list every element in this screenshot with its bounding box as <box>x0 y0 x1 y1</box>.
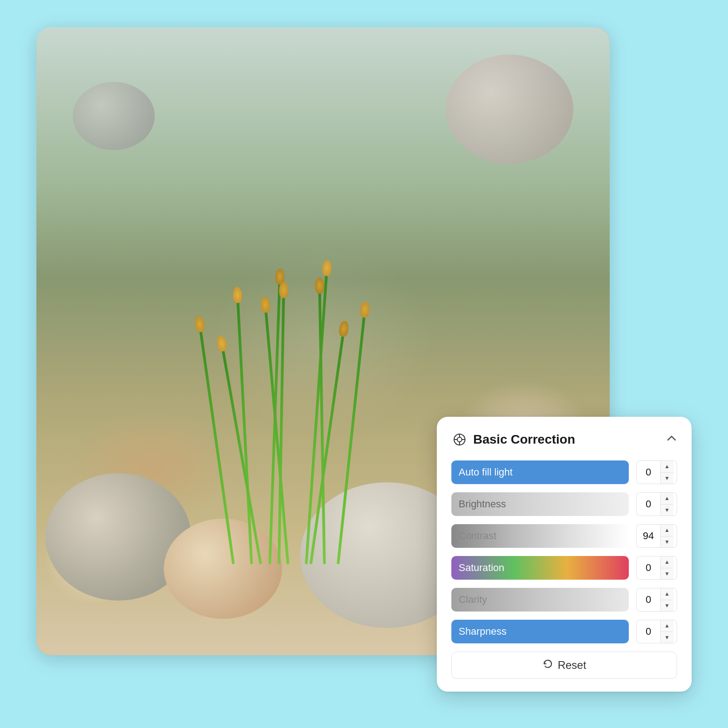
auto-fill-light-slider[interactable]: Auto fill light <box>451 460 629 484</box>
auto-fill-light-input[interactable] <box>637 466 660 478</box>
correction-panel: Basic Correction Auto fill light ▲ ▼ <box>437 417 692 692</box>
contrast-down[interactable]: ▼ <box>661 536 673 548</box>
contrast-up[interactable]: ▲ <box>661 525 673 536</box>
contrast-label: Contrast <box>459 530 496 542</box>
sharpness-input[interactable] <box>637 626 660 637</box>
clarity-input[interactable] <box>637 594 660 606</box>
reset-button[interactable]: Reset <box>451 652 677 679</box>
svg-point-1 <box>457 437 462 442</box>
brightness-up[interactable]: ▲ <box>661 493 673 505</box>
grass-stem <box>199 330 235 565</box>
clarity-label: Clarity <box>459 594 487 606</box>
auto-fill-light-row: Auto fill light ▲ ▼ <box>451 460 677 484</box>
clarity-spinner[interactable]: ▲ ▼ <box>636 588 677 612</box>
auto-fill-light-up[interactable]: ▲ <box>661 461 673 473</box>
auto-fill-light-down[interactable]: ▼ <box>661 473 673 484</box>
grass-decoration <box>196 246 378 564</box>
auto-fill-light-spinner[interactable]: ▲ ▼ <box>636 460 677 484</box>
contrast-slider[interactable]: Contrast <box>451 524 629 548</box>
reset-icon <box>542 658 553 672</box>
contrast-row: Contrast ▲ ▼ <box>451 524 677 548</box>
correction-icon <box>451 431 468 448</box>
brightness-down[interactable]: ▼ <box>661 505 673 516</box>
panel-header: Basic Correction <box>451 431 677 448</box>
clarity-down[interactable]: ▼ <box>661 600 673 612</box>
saturation-down[interactable]: ▼ <box>661 568 673 580</box>
sharpness-spinner[interactable]: ▲ ▼ <box>636 620 677 643</box>
contrast-spinner[interactable]: ▲ ▼ <box>636 524 677 548</box>
saturation-spinner[interactable]: ▲ ▼ <box>636 556 677 580</box>
sharpness-label: Sharpness <box>459 626 506 637</box>
stone-decoration <box>73 82 155 150</box>
auto-fill-light-arrows: ▲ ▼ <box>660 461 673 484</box>
clarity-up[interactable]: ▲ <box>661 588 673 600</box>
brightness-row: Brightness ▲ ▼ <box>451 492 677 516</box>
auto-fill-light-label: Auto fill light <box>459 466 513 478</box>
sharpness-slider[interactable]: Sharpness <box>451 620 629 643</box>
panel-title-group: Basic Correction <box>451 431 575 448</box>
sharpness-up[interactable]: ▲ <box>661 620 673 632</box>
clarity-arrows: ▲ ▼ <box>660 588 673 611</box>
brightness-arrows: ▲ ▼ <box>660 493 673 516</box>
sharpness-down[interactable]: ▼ <box>661 632 673 643</box>
brightness-slider[interactable]: Brightness <box>451 492 629 516</box>
saturation-arrows: ▲ ▼ <box>660 556 673 579</box>
saturation-row: Saturation ▲ ▼ <box>451 556 677 580</box>
main-container: Basic Correction Auto fill light ▲ ▼ <box>36 27 692 701</box>
brightness-label: Brightness <box>459 498 506 510</box>
stone-decoration <box>446 55 573 164</box>
contrast-input[interactable] <box>637 530 660 542</box>
panel-title: Basic Correction <box>473 432 575 447</box>
clarity-slider[interactable]: Clarity <box>451 588 629 612</box>
collapse-button[interactable] <box>666 433 677 446</box>
brightness-input[interactable] <box>637 498 660 510</box>
brightness-spinner[interactable]: ▲ ▼ <box>636 492 677 516</box>
saturation-slider[interactable]: Saturation <box>451 556 629 580</box>
reset-label: Reset <box>558 659 586 672</box>
saturation-label: Saturation <box>459 562 504 574</box>
clarity-row: Clarity ▲ ▼ <box>451 588 677 612</box>
saturation-input[interactable] <box>637 562 660 574</box>
sharpness-row: Sharpness ▲ ▼ <box>451 620 677 643</box>
sharpness-arrows: ▲ ▼ <box>660 620 673 643</box>
saturation-up[interactable]: ▲ <box>661 556 673 568</box>
contrast-arrows: ▲ ▼ <box>660 525 673 547</box>
